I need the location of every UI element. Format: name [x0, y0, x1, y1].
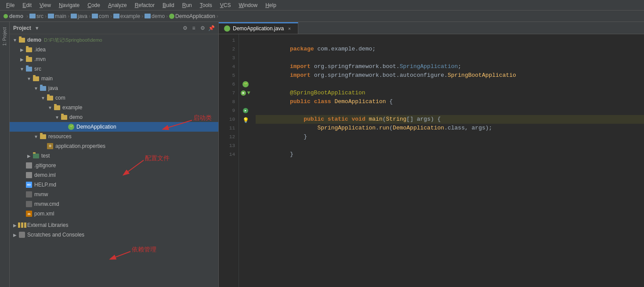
- breadcrumb-main[interactable]: main: [48, 13, 66, 19]
- tree-item-resources[interactable]: ▼ resources: [10, 132, 218, 141]
- project-panel: Project ▼ ⚙ ≡ ⚙ 📌 ▼ demo D:\F: [10, 22, 219, 287]
- tree-item-demoiML[interactable]: demo.iml: [10, 170, 218, 180]
- tree-item-mvnw[interactable]: mvnw: [10, 190, 218, 199]
- tree-item-com[interactable]: ▼ com: [10, 93, 218, 103]
- tree-arrow-scratches[interactable]: ▶: [11, 233, 18, 237]
- run-gutter-icon-class[interactable]: ▶ ▼: [241, 89, 250, 97]
- tree-arrow-example[interactable]: ▼: [47, 105, 54, 110]
- tree-label-mvn: .mvn: [34, 56, 46, 62]
- sidebar-tab-project[interactable]: 1: Project: [1, 24, 8, 49]
- menu-tools[interactable]: Tools: [196, 1, 216, 9]
- tree-item-java[interactable]: ▼ java: [10, 83, 218, 93]
- panel-action-settings[interactable]: ⚙: [199, 25, 206, 32]
- panel-action-gear[interactable]: ⚙: [181, 25, 188, 32]
- run-gutter-icon-main[interactable]: ▶: [243, 108, 248, 113]
- tree-item-test[interactable]: ▶ test: [10, 151, 218, 161]
- tree-item-demo-pkg[interactable]: ▼ demo: [10, 112, 218, 122]
- tree-item-scratches[interactable]: ▶ Scratches and Consoles: [10, 230, 218, 240]
- folder-icon-demo: [18, 37, 25, 43]
- iml-icon: [25, 172, 33, 178]
- tree-label-demo: demo: [27, 37, 41, 43]
- lamp-gutter-icon[interactable]: 💡: [242, 116, 249, 122]
- tree-item-demo-root[interactable]: ▼ demo D:\F\笔记\Springboot\demo: [10, 35, 218, 45]
- code-content[interactable]: package com.example.demo; import org.spr…: [252, 34, 644, 287]
- tree-arrow-resources[interactable]: ▼: [33, 134, 40, 139]
- breadcrumb-com[interactable]: com: [92, 13, 109, 19]
- editor-area: DemoApplication.java × 1 2 3 4 5 6 7 8 9…: [219, 22, 644, 287]
- tab-close-demoapplication[interactable]: ×: [286, 25, 293, 32]
- breadcrumb-example[interactable]: example: [113, 13, 140, 19]
- tree-arrow-test[interactable]: ▶: [25, 154, 33, 158]
- tree-item-mvn[interactable]: ▶ .mvn: [10, 54, 218, 64]
- tree-label-resources: resources: [48, 133, 72, 140]
- breadcrumb-demo-pkg[interactable]: demo: [145, 13, 165, 19]
- tree-arrow-demo-pkg[interactable]: ▼: [54, 115, 61, 120]
- tree-item-example[interactable]: ▼ example: [10, 103, 218, 112]
- tree-label-test: test: [41, 153, 50, 159]
- tree-item-gitignore[interactable]: .gitignore: [10, 161, 218, 170]
- tree-label-demo-pkg: demo: [69, 114, 83, 120]
- code-line-12: [256, 133, 644, 141]
- folder-icon-main: [33, 75, 40, 82]
- tree-arrow-com[interactable]: ▼: [40, 96, 47, 100]
- code-line-13: }: [256, 141, 644, 150]
- annotation-dependency: 依赖管理: [132, 246, 156, 254]
- tree-label-app-props: application.properties: [55, 143, 105, 149]
- menu-refactor[interactable]: Refactor: [131, 1, 158, 9]
- breadcrumb-demo[interactable]: demo: [9, 13, 23, 19]
- file-tree: ▼ demo D:\F\笔记\Springboot\demo ▶ .idea: [10, 34, 218, 240]
- panel-dropdown[interactable]: ▼: [35, 25, 40, 31]
- tree-label-helpmd: HELP.md: [34, 182, 56, 188]
- tree-label-java: java: [48, 85, 58, 91]
- panel-action-eq[interactable]: ≡: [190, 25, 197, 32]
- menu-edit[interactable]: Edit: [19, 1, 35, 9]
- tree-item-external-libs[interactable]: ▶ External Libraries: [10, 220, 218, 230]
- spring-class-icon: 🌱: [68, 124, 75, 130]
- editor-tab-demoapplication[interactable]: DemoApplication.java ×: [219, 22, 298, 34]
- tree-item-app-props[interactable]: ⚙ application.properties: [10, 141, 218, 151]
- tree-arrow-java[interactable]: ▼: [33, 86, 40, 91]
- breadcrumb: demo › src › main › java › com › example…: [0, 11, 644, 22]
- tab-spring-icon: [224, 25, 230, 32]
- folder-icon-resources: [40, 133, 47, 140]
- tab-label-demoapplication: DemoApplication.java: [233, 25, 284, 32]
- menu-code[interactable]: Code: [84, 1, 104, 9]
- menu-help[interactable]: Help: [262, 1, 280, 9]
- tree-item-src[interactable]: ▼ src: [10, 64, 218, 74]
- tree-item-demoapplication[interactable]: 🌱 DemoApplication: [10, 122, 218, 132]
- tree-label-external-libs: External Libraries: [27, 222, 68, 228]
- tree-sublabel-demo: D:\F\笔记\Springboot\demo: [44, 37, 102, 43]
- tree-arrow-src[interactable]: ▼: [18, 67, 25, 72]
- menu-navigate[interactable]: Navigate: [55, 1, 83, 9]
- menu-window[interactable]: Window: [235, 1, 261, 9]
- tree-item-idea[interactable]: ▶ .idea: [10, 45, 218, 54]
- tree-arrow-demo[interactable]: ▼: [11, 38, 18, 43]
- tree-arrow-mvn[interactable]: ▶: [18, 57, 25, 62]
- breadcrumb-src[interactable]: src: [29, 13, 43, 19]
- menu-build[interactable]: Build: [159, 1, 178, 9]
- breadcrumb-demoapplication[interactable]: DemoApplication: [169, 13, 215, 19]
- menu-analyze[interactable]: Analyze: [105, 1, 130, 9]
- folder-icon-src: [25, 66, 33, 72]
- panel-actions: ⚙ ≡ ⚙ 📌: [181, 25, 215, 32]
- menu-view[interactable]: View: [36, 1, 54, 9]
- tree-item-pomxml[interactable]: m pom.xml: [10, 209, 218, 219]
- panel-action-pin[interactable]: 📌: [208, 25, 215, 32]
- spring-annotation-gutter[interactable]: 🌱: [242, 81, 249, 87]
- tree-label-demoapplication: DemoApplication: [76, 124, 116, 130]
- tree-item-main[interactable]: ▼ main: [10, 74, 218, 83]
- tree-arrow-idea[interactable]: ▶: [18, 47, 25, 52]
- folder-icon-mvn: [25, 56, 33, 62]
- menu-vcs[interactable]: VCS: [217, 1, 235, 9]
- tree-item-helpmd[interactable]: MD HELP.md: [10, 180, 218, 190]
- tree-arrow-main[interactable]: ▼: [25, 76, 33, 81]
- code-line-1: package com.example.demo;: [256, 36, 644, 45]
- code-line-6: @SpringBootApplication: [256, 80, 644, 89]
- folder-icon-java: [40, 85, 47, 91]
- tree-label-example: example: [62, 104, 82, 111]
- script-icon-mvnwcmd: [25, 201, 33, 207]
- tree-item-mvnwcmd[interactable]: mvnw.cmd: [10, 199, 218, 209]
- menu-file[interactable]: File: [3, 1, 18, 9]
- breadcrumb-java[interactable]: java: [71, 13, 87, 19]
- menu-run[interactable]: Run: [179, 1, 195, 9]
